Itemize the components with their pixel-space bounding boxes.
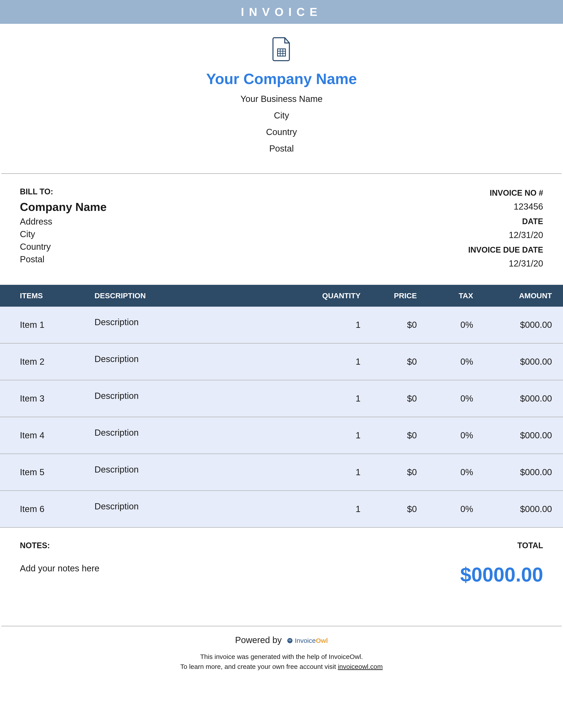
svg-point-5 (287, 638, 292, 643)
footer-line2a: To learn more, and create your own free … (180, 663, 338, 670)
cell-price: $0 (372, 491, 428, 527)
cell-item: Item 3 (0, 380, 90, 417)
cell-tax: 0% (428, 343, 484, 380)
invoice-banner: INVOICE (0, 0, 563, 24)
footer: Powered by InvoiceOwl This invoice was g… (1, 626, 562, 685)
col-quantity: QUANTITY (304, 285, 372, 307)
invoice-no-value: 123456 (468, 202, 543, 212)
col-description: DESCRIPTION (90, 285, 304, 307)
bill-to-company: Company Name (20, 200, 107, 214)
powered-by-text: Powered by (235, 635, 282, 645)
notes-text: Add your notes here (20, 563, 99, 586)
cell-item: Item 2 (0, 343, 90, 380)
company-postal: Postal (0, 144, 563, 154)
total-value: $0000.00 (460, 563, 543, 586)
table-row: Item 1Description1$00%$000.00 (0, 307, 563, 343)
footer-fineprint: This invoice was generated with the help… (1, 652, 562, 672)
cell-tax: 0% (428, 417, 484, 454)
summary-labels: NOTES: TOTAL (0, 528, 563, 557)
cell-quantity: 1 (304, 343, 372, 380)
cell-description: Description (90, 380, 304, 417)
footer-link[interactable]: invoiceowl.com (338, 663, 383, 670)
cell-tax: 0% (428, 307, 484, 343)
date-label: DATE (468, 217, 543, 226)
cell-description: Description (90, 417, 304, 454)
table-row: Item 6Description1$00%$000.00 (0, 491, 563, 527)
bill-to-country: Country (20, 242, 107, 252)
cell-description: Description (90, 307, 304, 343)
document-icon (271, 37, 292, 61)
cell-quantity: 1 (304, 491, 372, 527)
bill-to-label: BILL TO: (20, 187, 107, 196)
powered-by: Powered by InvoiceOwl (1, 635, 562, 645)
company-city: City (0, 111, 563, 120)
bill-to-postal: Postal (20, 254, 107, 264)
table-row: Item 5Description1$00%$000.00 (0, 454, 563, 491)
cell-amount: $000.00 (484, 454, 563, 491)
cell-price: $0 (372, 380, 428, 417)
col-items: ITEMS (0, 285, 90, 307)
due-date-value: 12/31/20 (468, 259, 543, 268)
business-name: Your Business Name (0, 94, 563, 104)
brand-owl: Owl (316, 637, 328, 644)
table-row: Item 4Description1$00%$000.00 (0, 417, 563, 454)
date-value: 12/31/20 (468, 230, 543, 240)
table-row: Item 2Description1$00%$000.00 (0, 343, 563, 380)
brand-invoice: Invoice (295, 637, 316, 644)
svg-point-7 (290, 640, 291, 641)
notes-label: NOTES: (20, 541, 50, 550)
cell-price: $0 (372, 454, 428, 491)
items-table: ITEMS DESCRIPTION QUANTITY PRICE TAX AMO… (0, 285, 563, 528)
cell-item: Item 1 (0, 307, 90, 343)
cell-amount: $000.00 (484, 307, 563, 343)
cell-item: Item 5 (0, 454, 90, 491)
items-header-row: ITEMS DESCRIPTION QUANTITY PRICE TAX AMO… (0, 285, 563, 307)
cell-tax: 0% (428, 491, 484, 527)
total-label: TOTAL (517, 541, 543, 550)
svg-point-6 (289, 640, 290, 641)
cell-quantity: 1 (304, 454, 372, 491)
bill-to-block: BILL TO: Company Name Address City Count… (20, 187, 107, 274)
cell-amount: $000.00 (484, 417, 563, 454)
cell-quantity: 1 (304, 417, 372, 454)
summary-values: Add your notes here $0000.00 (0, 557, 563, 626)
col-price: PRICE (372, 285, 428, 307)
invoice-meta: BILL TO: Company Name Address City Count… (0, 174, 563, 285)
cell-description: Description (90, 491, 304, 527)
bill-to-city: City (20, 229, 107, 239)
company-header: Your Company Name Your Business Name Cit… (0, 24, 563, 173)
cell-price: $0 (372, 307, 428, 343)
company-name: Your Company Name (0, 70, 563, 87)
invoiceowl-logo: InvoiceOwl (287, 637, 328, 644)
bill-to-address: Address (20, 217, 107, 227)
cell-tax: 0% (428, 454, 484, 491)
cell-amount: $000.00 (484, 380, 563, 417)
cell-item: Item 4 (0, 417, 90, 454)
col-amount: AMOUNT (484, 285, 563, 307)
cell-quantity: 1 (304, 307, 372, 343)
cell-amount: $000.00 (484, 343, 563, 380)
owl-icon (287, 638, 293, 644)
cell-item: Item 6 (0, 491, 90, 527)
cell-amount: $000.00 (484, 491, 563, 527)
cell-description: Description (90, 343, 304, 380)
invoice-numbers-block: INVOICE NO # 123456 DATE 12/31/20 INVOIC… (468, 187, 543, 274)
company-country: Country (0, 127, 563, 137)
col-tax: TAX (428, 285, 484, 307)
cell-price: $0 (372, 343, 428, 380)
due-date-label: INVOICE DUE DATE (468, 245, 543, 255)
cell-description: Description (90, 454, 304, 491)
svg-rect-0 (277, 49, 286, 56)
cell-quantity: 1 (304, 380, 372, 417)
invoice-no-label: INVOICE NO # (468, 188, 543, 198)
cell-price: $0 (372, 417, 428, 454)
table-row: Item 3Description1$00%$000.00 (0, 380, 563, 417)
cell-tax: 0% (428, 380, 484, 417)
footer-line1: This invoice was generated with the help… (200, 653, 363, 660)
